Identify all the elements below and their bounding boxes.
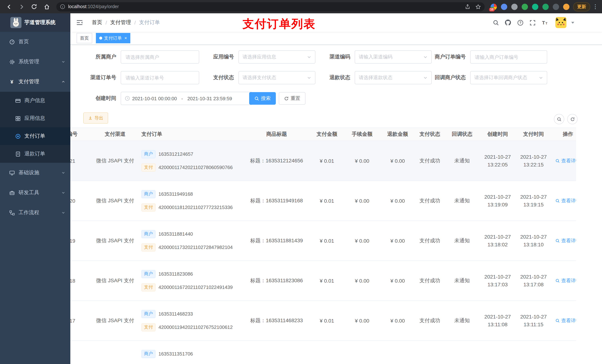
active-tab-dot bbox=[99, 37, 102, 40]
filter-callback-status-select[interactable]: 请选择订单回调商户状态 bbox=[470, 71, 547, 84]
svg-text:?: ? bbox=[519, 21, 521, 24]
cell-pay-order: 商户 1635311949168 支付 42000011812021102777… bbox=[136, 181, 244, 220]
browser-update-button[interactable]: 更新 bbox=[573, 2, 590, 11]
gray-extension[interactable] bbox=[511, 3, 517, 10]
sidebar-item-payment[interactable]: ¥ 支付管理 bbox=[0, 72, 70, 92]
cell-amount: ¥ 0.01 bbox=[309, 181, 345, 220]
cell-actions: 查看详情 bbox=[552, 141, 576, 180]
green-extension[interactable] bbox=[522, 3, 528, 10]
orange-extension[interactable] bbox=[563, 3, 570, 10]
sidebar-item-home[interactable]: 首页 bbox=[0, 32, 70, 52]
export-button[interactable]: 导出 bbox=[83, 113, 108, 124]
logo-avatar bbox=[10, 17, 22, 28]
grid-icon bbox=[15, 115, 21, 121]
target-icon bbox=[15, 133, 21, 139]
merchant-order-no: 1635311468233 bbox=[159, 311, 193, 317]
date-end-value: 2021-10-31 23:59:59 bbox=[187, 96, 232, 101]
colorful-extension[interactable]: 10 bbox=[491, 3, 497, 10]
sidebar-item-workflow[interactable]: 工作流程 bbox=[0, 203, 70, 223]
search-button[interactable]: 搜索 bbox=[249, 92, 276, 105]
dark-extension[interactable] bbox=[553, 3, 559, 10]
view-detail-link[interactable]: 查看详情 bbox=[555, 197, 576, 204]
sidebar-item-merchant-info[interactable]: 商户信息 bbox=[0, 92, 70, 110]
cell-fee: ¥ 0.00 bbox=[345, 261, 379, 300]
site-info-icon[interactable] bbox=[60, 4, 65, 9]
sidebar-item-system[interactable]: 系统管理 bbox=[0, 52, 70, 72]
reset-button[interactable]: 重置 bbox=[279, 92, 305, 105]
cell-notify-status bbox=[443, 341, 481, 364]
bookmark-star-icon[interactable] bbox=[475, 4, 481, 10]
cell-channel: 微信 JSAPI 支付 bbox=[95, 141, 136, 180]
card-icon bbox=[15, 98, 21, 104]
cell-status: 支付成功 bbox=[416, 301, 443, 340]
filter-label-create-time: 创建时间 bbox=[70, 92, 116, 104]
filter-label-refund-status: 退款状态 bbox=[295, 71, 350, 83]
square-extension[interactable] bbox=[542, 3, 549, 10]
cell-fee: ¥ 0.00 bbox=[345, 141, 379, 180]
fullscreen-icon[interactable] bbox=[529, 19, 536, 26]
filter-label-app: 应用编号 bbox=[178, 50, 234, 63]
sidebar-item-pay-order[interactable]: 支付订单 bbox=[0, 127, 70, 145]
cell-notify-status: 未通知 bbox=[443, 221, 481, 260]
avatar-caret-icon[interactable] bbox=[571, 22, 574, 25]
filter-merchant-order-input[interactable] bbox=[470, 50, 547, 64]
pay-tag: 支付 bbox=[141, 163, 155, 171]
browser-menu-icon[interactable]: ⋮ bbox=[592, 3, 598, 10]
view-detail-link[interactable]: 查看详情 bbox=[555, 317, 576, 324]
cell-pay-time: 2021-10-2713:11:15 bbox=[515, 301, 552, 340]
cell-pay-order: 商户 1635311351706 bbox=[136, 341, 244, 364]
address-bar[interactable]: localhost:1024/pay/order bbox=[56, 2, 485, 11]
filter-label-channel-code: 渠道编码 bbox=[295, 50, 350, 63]
cell-actions: 查看详情 bbox=[552, 221, 576, 260]
view-detail-link[interactable]: 查看详情 bbox=[555, 277, 576, 284]
font-size-icon[interactable]: TT bbox=[541, 19, 548, 26]
toggle-search-button[interactable] bbox=[554, 114, 564, 124]
breadcrumb-payment[interactable]: 支付管理 bbox=[110, 19, 131, 26]
table-header: 编号 支付渠道 支付订单 商品标题 支付金额 手续金额 退款金额 支付状态 回调… bbox=[70, 128, 576, 141]
browser-home-icon[interactable] bbox=[42, 1, 52, 12]
refresh-table-button[interactable] bbox=[567, 114, 578, 124]
view-detail-link[interactable]: 查看详情 bbox=[555, 237, 576, 244]
cell-create-time: 2021-10-2713:11:08 bbox=[481, 301, 515, 340]
share-icon[interactable] bbox=[465, 4, 470, 10]
app-title: 芋道管理系统 bbox=[24, 19, 55, 26]
hamburger-icon[interactable] bbox=[76, 19, 83, 26]
cell-refund: ¥ 0.00 bbox=[379, 221, 416, 260]
cell-create-time: 2021-10-2713:19:09 bbox=[481, 181, 515, 220]
tab-home[interactable]: 首页 bbox=[77, 33, 92, 43]
blue-extension[interactable] bbox=[501, 3, 507, 10]
channel-order-no: 4200001173202110272847982104 bbox=[159, 245, 233, 250]
browser-forward-icon[interactable] bbox=[16, 1, 27, 12]
clock-icon bbox=[125, 96, 130, 101]
browser-back-icon[interactable] bbox=[4, 1, 14, 12]
cell-notify-status: 未通知 bbox=[443, 141, 481, 180]
merchant-order-no: 1635312124657 bbox=[159, 151, 193, 157]
cell-pay-time: 2021-10-2713:22:15 bbox=[515, 141, 552, 180]
sidebar-item-refund-order[interactable]: 退款订单 bbox=[0, 145, 70, 163]
cell-pay-time: 2021-10-2713:18:10 bbox=[515, 221, 552, 260]
browser-refresh-icon[interactable] bbox=[29, 1, 39, 12]
tab-pay-order[interactable]: 支付订单 × bbox=[96, 33, 130, 43]
close-tab-icon[interactable]: × bbox=[124, 36, 127, 40]
merchant-tag: 商户 bbox=[141, 230, 155, 238]
view-detail-link[interactable]: 查看详情 bbox=[555, 157, 576, 164]
filter-create-time-range[interactable]: 2021-10-01 00:00:00 - 2021-10-31 23:59:5… bbox=[121, 92, 252, 105]
cell-channel bbox=[95, 341, 136, 364]
url-text: localhost:1024/pay/order bbox=[68, 4, 119, 9]
user-avatar[interactable] bbox=[555, 17, 567, 28]
pay-tag: 支付 bbox=[141, 203, 155, 211]
navbar-actions: ? TT bbox=[492, 13, 574, 32]
github-icon[interactable] bbox=[504, 19, 512, 26]
breadcrumb-home[interactable]: 首页 bbox=[92, 19, 102, 26]
search-icon[interactable] bbox=[492, 19, 499, 26]
sidebar-item-app-info[interactable]: 应用信息 bbox=[0, 110, 70, 127]
cell-id bbox=[70, 341, 95, 364]
help-icon[interactable]: ? bbox=[516, 19, 524, 26]
check-extension[interactable] bbox=[532, 3, 538, 10]
cell-title: 标题：1635311881439 bbox=[244, 221, 309, 260]
channel-order-no: 4200001167202110271022491439 bbox=[159, 284, 233, 290]
date-start-value: 2021-10-01 00:00:00 bbox=[132, 96, 177, 101]
sidebar-item-devtools[interactable]: 研发工具 bbox=[0, 183, 70, 203]
sidebar-item-infra[interactable]: 基础设施 bbox=[0, 163, 70, 183]
annotation: 支付订单列表 bbox=[243, 16, 316, 32]
